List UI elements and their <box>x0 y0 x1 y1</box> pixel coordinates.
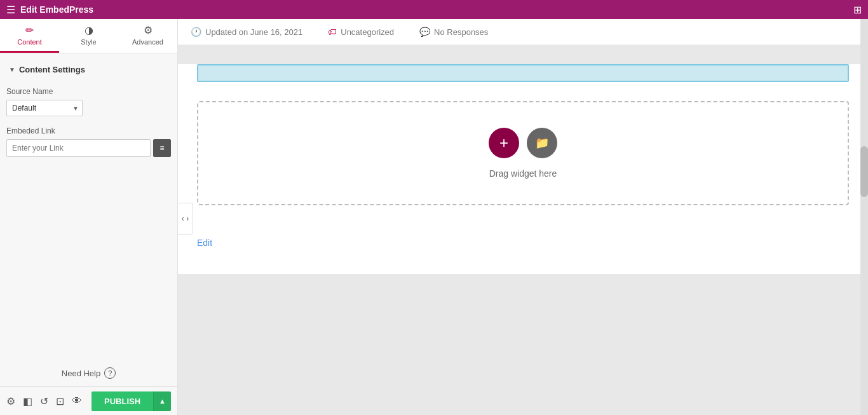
right-scrollbar[interactable] <box>860 19 868 415</box>
tab-advanced[interactable]: ⚙ Advanced <box>118 19 177 53</box>
advanced-tab-icon: ⚙ <box>144 24 153 36</box>
content-tab-icon: ✏ <box>25 24 34 36</box>
sidebar-content: ▼ Content Settings Source Name Default Y… <box>0 53 177 360</box>
advanced-tab-label: Advanced <box>132 38 163 46</box>
help-icon[interactable]: ? <box>104 367 116 379</box>
meta-updated: 🕐 Updated on June 16, 2021 <box>191 27 302 37</box>
settings-icon[interactable]: ⚙ <box>6 395 15 407</box>
edit-section: Edit <box>178 224 868 261</box>
source-name-field: Source Name Default YouTube Vimeo SoundC… <box>6 87 171 116</box>
clock-icon: 🕐 <box>191 27 201 37</box>
source-name-select[interactable]: Default YouTube Vimeo SoundCloud <box>6 100 83 116</box>
meta-responses: 💬 No Responses <box>419 27 488 37</box>
embed-link-input[interactable] <box>6 139 151 157</box>
section-title: Content Settings <box>19 65 85 74</box>
embed-link-field: Embeded Link ≡ <box>6 126 171 157</box>
section-toggle-icon[interactable]: ▼ <box>9 66 15 73</box>
layers-icon[interactable]: ◧ <box>23 395 32 407</box>
embed-link-format-button[interactable]: ≡ <box>153 139 171 157</box>
top-bar-left: ☰ Edit EmbedPress <box>6 4 93 16</box>
edit-link[interactable]: Edit <box>197 238 212 248</box>
publish-button[interactable]: PUBLISH <box>92 391 153 411</box>
meta-updated-text: Updated on June 16, 2021 <box>205 27 302 37</box>
folder-icon: 📁 <box>535 136 549 150</box>
meta-bar: 🕐 Updated on June 16, 2021 🏷 Uncategoriz… <box>178 19 868 45</box>
gray-section <box>178 274 868 401</box>
sidebar-tabs: ✏ Content ◑ Style ⚙ Advanced <box>0 19 177 53</box>
chevron-left-icon: ‹ › <box>182 214 189 223</box>
top-bar: ☰ Edit EmbedPress ⊞ <box>0 0 868 19</box>
content-block: + 📁 Drag widget here Edit <box>178 64 868 274</box>
folder-button[interactable]: 📁 <box>527 128 557 158</box>
publish-button-group: PUBLISH ▲ <box>92 391 171 411</box>
content-settings-header: ▼ Content Settings <box>6 60 171 79</box>
style-tab-label: Style <box>81 38 96 46</box>
embed-link-row: ≡ <box>6 139 171 157</box>
bottom-bar: ⚙ ◧ ↺ ⊡ 👁 PUBLISH ▲ <box>0 386 177 415</box>
right-scrollbar-thumb[interactable] <box>860 146 868 197</box>
style-tab-icon: ◑ <box>85 24 93 36</box>
preview-icon[interactable]: 👁 <box>72 395 82 407</box>
hamburger-icon[interactable]: ☰ <box>6 4 15 16</box>
tag-icon: 🏷 <box>328 27 337 37</box>
add-widget-button[interactable]: + <box>489 128 519 158</box>
drop-zone-buttons: + 📁 <box>489 128 557 158</box>
format-icon: ≡ <box>159 144 164 153</box>
embed-link-label: Embeded Link <box>6 126 171 135</box>
source-name-select-wrapper: Default YouTube Vimeo SoundCloud ▼ <box>6 100 83 116</box>
top-bar-title: Edit EmbedPress <box>20 4 93 15</box>
source-name-label: Source Name <box>6 87 171 96</box>
history-icon[interactable]: ↺ <box>40 395 48 407</box>
sidebar: ✏ Content ◑ Style ⚙ Advanced ▼ Content S… <box>0 19 178 415</box>
bottom-icons: ⚙ ◧ ↺ ⊡ 👁 <box>6 395 82 407</box>
tab-style[interactable]: ◑ Style <box>59 19 118 53</box>
main-layout: ✏ Content ◑ Style ⚙ Advanced ▼ Content S… <box>0 19 868 415</box>
content-area: 🕐 Updated on June 16, 2021 🏷 Uncategoriz… <box>178 19 868 415</box>
publish-arrow-button[interactable]: ▲ <box>153 391 171 411</box>
toggle-panel-button[interactable]: ‹ › <box>178 203 193 235</box>
grid-icon[interactable]: ⊞ <box>853 4 862 16</box>
meta-category: 🏷 Uncategorized <box>328 27 394 37</box>
tab-content[interactable]: ✏ Content <box>0 19 59 53</box>
meta-category-text: Uncategorized <box>341 27 394 37</box>
drop-zone: + 📁 Drag widget here <box>197 101 849 205</box>
meta-responses-text: No Responses <box>434 27 488 37</box>
template-icon[interactable]: ⊡ <box>56 395 64 407</box>
drop-zone-text: Drag widget here <box>489 168 557 179</box>
plus-icon: + <box>499 134 508 152</box>
content-tab-label: Content <box>17 38 42 46</box>
need-help-text: Need Help <box>62 369 100 378</box>
embed-highlight-bar <box>197 64 849 82</box>
comment-icon: 💬 <box>419 27 430 37</box>
need-help-section: Need Help ? <box>0 360 177 386</box>
